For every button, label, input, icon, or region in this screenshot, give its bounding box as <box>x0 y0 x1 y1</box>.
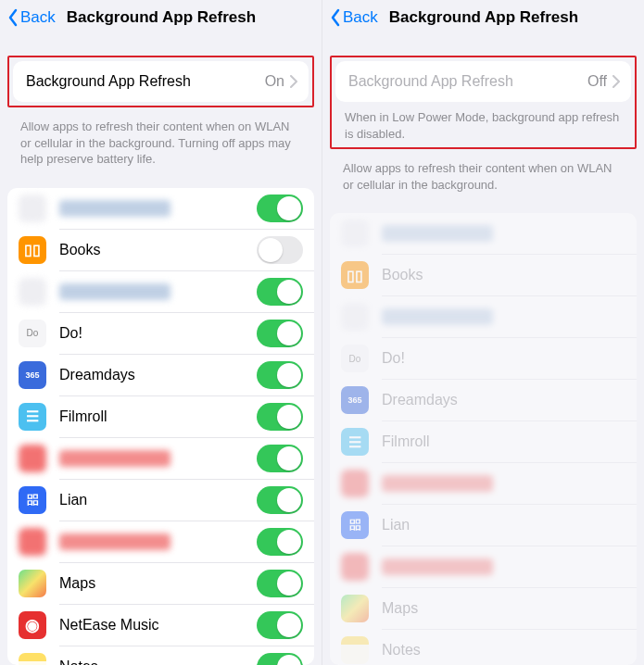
back-button[interactable]: Back <box>7 8 56 27</box>
chevron-right-icon <box>612 75 620 88</box>
blank-icon <box>19 278 46 306</box>
app-row <box>330 296 637 337</box>
app-label: Dreamdays <box>382 392 625 408</box>
app-toggle[interactable] <box>257 611 303 639</box>
chevron-left-icon <box>330 8 341 27</box>
app-label: Maps <box>59 575 257 592</box>
maps-icon <box>19 570 46 597</box>
app-row: ☰Filmroll <box>7 396 314 437</box>
app-row: Maps <box>7 563 314 604</box>
app-label: Do! <box>59 325 257 342</box>
app-list: ▯▯BooksDoDo!365Dreamdays☰Filmroll㗊LianMa… <box>330 213 637 665</box>
back-label: Back <box>20 8 56 27</box>
notes-icon <box>19 653 46 665</box>
app-row: Notes <box>7 646 314 665</box>
dreamdays-icon: 365 <box>19 361 46 389</box>
red-icon <box>341 470 369 497</box>
app-row: Notes <box>330 630 637 665</box>
app-toggle[interactable] <box>257 361 303 389</box>
dreamdays-icon: 365 <box>341 386 369 414</box>
bg-refresh-row[interactable]: Background App Refresh Off <box>335 61 631 102</box>
bg-refresh-row[interactable]: Background App Refresh On <box>13 61 309 102</box>
red-icon <box>19 528 46 556</box>
app-label: NetEase Music <box>59 617 257 634</box>
app-row: ◉NetEase Music <box>7 605 314 646</box>
app-row: DoDo! <box>7 313 314 354</box>
app-label: Do! <box>382 350 625 367</box>
app-label <box>382 475 625 492</box>
navbar: Back Background App Refresh <box>322 0 644 35</box>
bg-refresh-value: Off <box>587 73 607 90</box>
page-title: Background App Refresh <box>389 8 578 27</box>
app-label <box>59 200 257 217</box>
app-row: ☰Filmroll <box>330 421 637 462</box>
bg-refresh-value: On <box>265 73 284 90</box>
lowpower-note: When in Low Power Mode, background app r… <box>332 102 635 144</box>
settings-pane-off: Back Background App Refresh Background A… <box>322 0 644 665</box>
app-row <box>7 521 314 562</box>
back-button[interactable]: Back <box>330 8 378 27</box>
blank-icon <box>341 303 369 331</box>
app-row: ▯▯Books <box>7 230 314 270</box>
lian-icon: 㗊 <box>341 511 369 539</box>
chevron-left-icon <box>7 8 19 27</box>
app-row: 365Dreamdays <box>7 355 314 395</box>
chevron-right-icon <box>290 75 297 88</box>
app-label <box>382 558 625 575</box>
app-row: 365Dreamdays <box>330 380 637 420</box>
app-row: DoDo! <box>330 338 637 379</box>
app-label: Maps <box>382 600 625 617</box>
app-row <box>7 438 314 479</box>
app-row <box>7 271 314 312</box>
app-row <box>330 463 637 504</box>
app-toggle[interactable] <box>257 278 303 306</box>
highlight-box: Background App Refresh On <box>7 56 314 107</box>
filmroll-icon: ☰ <box>19 403 46 431</box>
app-toggle[interactable] <box>257 528 303 556</box>
app-toggle[interactable] <box>257 486 303 514</box>
app-toggle[interactable] <box>257 653 303 665</box>
app-label: Notes <box>59 659 257 665</box>
highlight-box: Background App Refresh Off When in Low P… <box>330 56 637 149</box>
description-text: Allow apps to refresh their content when… <box>322 155 644 200</box>
app-label: Books <box>59 242 257 258</box>
blank-icon <box>341 220 369 247</box>
app-label: Books <box>382 267 625 283</box>
app-label <box>59 450 257 467</box>
do-icon: Do <box>341 345 369 372</box>
netease-icon: ◉ <box>19 611 46 639</box>
app-row: Maps <box>330 588 637 629</box>
page-title: Background App Refresh <box>67 8 256 27</box>
red-icon <box>19 445 46 472</box>
app-row: 㗊Lian <box>330 505 637 546</box>
lian-icon: 㗊 <box>19 486 46 514</box>
app-toggle[interactable] <box>257 194 303 222</box>
app-label <box>59 533 257 550</box>
app-toggle[interactable] <box>257 403 303 431</box>
bg-refresh-label: Background App Refresh <box>348 73 587 90</box>
description-text: Allow apps to refresh their content when… <box>0 113 322 175</box>
settings-pane-on: Back Background App Refresh Background A… <box>0 0 322 665</box>
filmroll-icon: ☰ <box>341 428 369 456</box>
red-icon <box>341 553 369 581</box>
app-toggle[interactable] <box>257 236 303 264</box>
app-row: ▯▯Books <box>330 255 637 295</box>
app-toggle[interactable] <box>257 445 303 472</box>
app-row <box>330 213 637 254</box>
navbar: Back Background App Refresh <box>0 0 322 35</box>
app-list: ▯▯BooksDoDo!365Dreamdays☰Filmroll㗊LianMa… <box>7 188 314 665</box>
maps-icon <box>341 595 369 622</box>
app-label: Filmroll <box>59 408 257 425</box>
app-toggle[interactable] <box>257 320 303 347</box>
books-icon: ▯▯ <box>341 261 369 289</box>
app-row: 㗊Lian <box>7 480 314 521</box>
app-label: Filmroll <box>382 433 625 450</box>
app-row <box>330 546 637 587</box>
app-toggle[interactable] <box>257 570 303 597</box>
back-label: Back <box>343 8 378 27</box>
do-icon: Do <box>19 320 46 347</box>
app-label <box>382 308 625 325</box>
notes-icon <box>341 636 369 664</box>
app-label <box>59 283 257 300</box>
app-label <box>382 225 625 242</box>
